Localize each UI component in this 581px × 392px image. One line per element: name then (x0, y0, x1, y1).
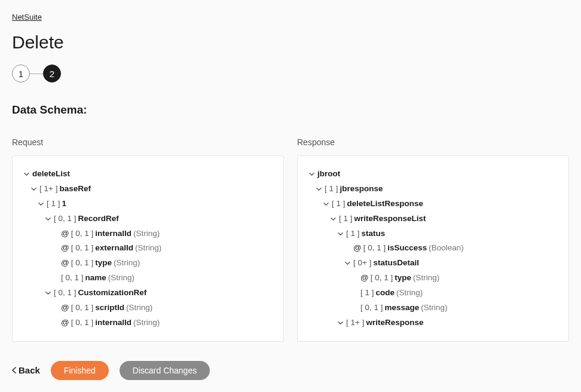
attribute-marker: @ (61, 243, 69, 254)
chevron-down-icon[interactable] (336, 320, 344, 326)
node-name: writeResponse (366, 317, 423, 329)
node-name: type (95, 258, 112, 269)
tree-node[interactable]: deleteList (22, 167, 274, 182)
response-header: Response (297, 137, 569, 147)
tree-node: [ 0, 1 ] message(String) (307, 301, 559, 316)
chevron-down-icon[interactable] (44, 216, 52, 222)
node-name: CustomizationRef (78, 287, 147, 299)
node-type: (String) (396, 287, 423, 299)
section-title: Data Schema: (12, 103, 569, 117)
node-name: status (362, 228, 386, 240)
cardinality: [ 0, 1 ] (71, 317, 94, 329)
node-name: jbresponse (340, 183, 383, 195)
tree-node[interactable]: [ 1+ ] baseRef (22, 182, 274, 197)
node-name: 1 (62, 198, 67, 210)
tree-node: @[ 0, 1 ] internalId(String) (22, 226, 274, 241)
breadcrumb-netsuite[interactable]: NetSuite (12, 13, 42, 22)
tree-node[interactable]: [ 0, 1 ] CustomizationRef (22, 286, 274, 301)
tree-node[interactable]: [ 1 ] 1 (22, 197, 274, 212)
node-name: message (385, 302, 420, 314)
node-name: name (85, 272, 106, 284)
node-type: (String) (133, 317, 160, 329)
cardinality: [ 1 ] (339, 213, 353, 225)
tree-node: @[ 0, 1 ] externalId(String) (22, 241, 274, 256)
chevron-down-icon[interactable] (314, 186, 323, 192)
cardinality: [ 1+ ] (346, 317, 364, 329)
cardinality: [ 0, 1 ] (363, 243, 386, 254)
tree-node[interactable]: [ 0+ ] statusDetail (307, 256, 559, 271)
cardinality: [ 1+ ] (39, 183, 57, 195)
attribute-marker: @ (61, 228, 69, 240)
node-name: writeResponseList (354, 213, 426, 225)
node-type: (Boolean) (429, 243, 464, 254)
node-name: statusDetail (373, 258, 419, 269)
node-name: type (395, 272, 411, 284)
chevron-down-icon[interactable] (22, 172, 30, 177)
tree-node: @[ 0, 1 ] isSuccess(Boolean) (307, 241, 559, 256)
step-2[interactable]: 2 (43, 65, 61, 82)
attribute-marker: @ (353, 243, 362, 254)
page-title: Delete (12, 32, 569, 53)
node-name: isSuccess (387, 243, 427, 254)
node-name: RecordRef (78, 213, 119, 225)
chevron-down-icon[interactable] (36, 201, 45, 207)
tree-node[interactable]: jbroot (307, 167, 559, 182)
stepper: 1 2 (12, 65, 569, 82)
node-type: (String) (135, 243, 161, 254)
cardinality: [ 1 ] (346, 228, 360, 240)
chevron-down-icon[interactable] (322, 201, 330, 207)
tree-node: @[ 0, 1 ] internalId(String) (22, 316, 274, 330)
tree-node[interactable]: [ 0, 1 ] RecordRef (22, 212, 274, 226)
node-type: (String) (114, 258, 140, 269)
node-name: baseRef (59, 183, 91, 195)
chevron-down-icon[interactable] (44, 290, 52, 296)
node-name: internalId (95, 317, 132, 329)
tree-node[interactable]: [ 1 ] deleteListResponse (307, 197, 559, 212)
attribute-marker: @ (61, 302, 69, 314)
tree-node[interactable]: [ 1+ ] writeResponse (307, 316, 559, 330)
cardinality: [ 1 ] (360, 287, 374, 299)
tree-node[interactable]: [ 1 ] writeResponseList (307, 212, 559, 226)
back-button[interactable]: Back (12, 365, 40, 375)
step-connector (30, 74, 43, 74)
chevron-down-icon[interactable] (343, 261, 351, 266)
tree-node: @[ 0, 1 ] type(String) (22, 256, 274, 271)
cardinality: [ 1 ] (325, 183, 338, 195)
node-name: code (376, 287, 395, 299)
attribute-marker: @ (360, 272, 369, 284)
footer-actions: Back Finished Discard Changes (12, 361, 569, 380)
tree-node: [ 1 ] code(String) (307, 286, 559, 301)
chevron-down-icon[interactable] (29, 186, 38, 192)
cardinality: [ 1 ] (332, 198, 345, 210)
response-schema-box: jbroot[ 1 ] jbresponse[ 1 ] deleteListRe… (297, 155, 569, 342)
node-type: (String) (421, 302, 447, 314)
request-schema-box: deleteList[ 1+ ] baseRef[ 1 ] 1[ 0, 1 ] … (12, 155, 284, 342)
response-column: Response jbroot[ 1 ] jbresponse[ 1 ] del… (297, 137, 569, 342)
cardinality: [ 0, 1 ] (71, 258, 94, 269)
cardinality: [ 0, 1 ] (71, 243, 94, 254)
cardinality: [ 0, 1 ] (371, 272, 393, 284)
cardinality: [ 0, 1 ] (71, 228, 94, 240)
discard-button[interactable]: Discard Changes (120, 361, 210, 380)
tree-node: @[ 0, 1 ] type(String) (307, 271, 559, 286)
cardinality: [ 1 ] (47, 198, 60, 210)
attribute-marker: @ (61, 317, 69, 329)
request-header: Request (12, 137, 284, 147)
cardinality: [ 0, 1 ] (54, 287, 77, 299)
cardinality: [ 0, 1 ] (54, 213, 77, 225)
chevron-down-icon[interactable] (329, 216, 337, 222)
node-name: internalId (95, 228, 132, 240)
step-1[interactable]: 1 (12, 65, 30, 82)
tree-node[interactable]: [ 1 ] jbresponse (307, 182, 559, 197)
chevron-down-icon[interactable] (307, 172, 316, 177)
cardinality: [ 0+ ] (353, 258, 371, 269)
chevron-left-icon (12, 365, 16, 375)
finished-button[interactable]: Finished (51, 361, 109, 380)
chevron-down-icon[interactable] (336, 231, 344, 237)
request-column: Request deleteList[ 1+ ] baseRef[ 1 ] 1[… (12, 137, 284, 342)
cardinality: [ 0, 1 ] (71, 302, 94, 314)
cardinality: [ 0, 1 ] (360, 302, 383, 314)
tree-node[interactable]: [ 1 ] status (307, 226, 559, 241)
node-name: jbroot (317, 169, 340, 180)
node-type: (String) (108, 272, 134, 284)
